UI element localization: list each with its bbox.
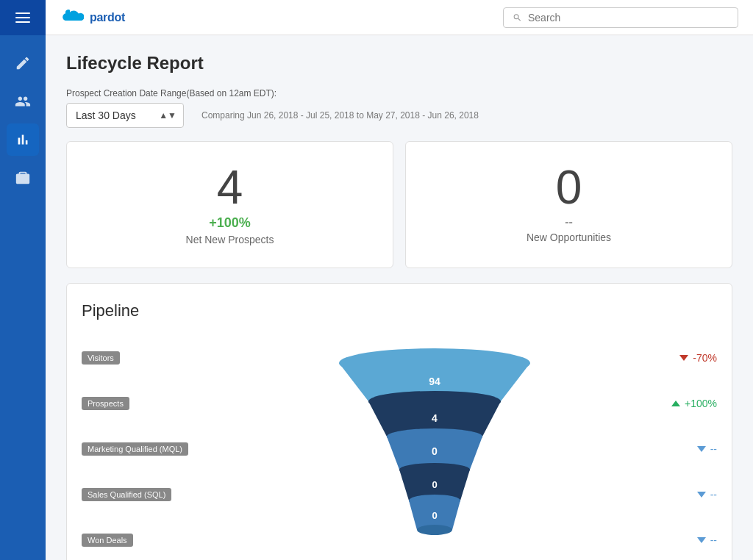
- header: pardot: [46, 0, 753, 35]
- stat-mql-value: --: [710, 443, 717, 455]
- stat-visitors-value: -70%: [693, 352, 717, 364]
- salesforce-logo-icon: [60, 10, 84, 26]
- sidebar-top: [0, 0, 46, 35]
- main-area: pardot Lifecycle Report Prospect Creatio…: [46, 0, 753, 560]
- arrow-down-neutral-icon: [697, 445, 706, 453]
- svg-marker-19: [697, 537, 706, 543]
- logo-area: pardot: [60, 10, 125, 26]
- sidebar-item-chart[interactable]: [7, 123, 39, 156]
- pipeline-stats: -70% +100% -- --: [643, 335, 717, 560]
- funnel-svg: 94 4 0: [317, 335, 552, 560]
- sidebar-item-edit[interactable]: [7, 47, 39, 79]
- stat-mql: --: [697, 426, 717, 472]
- visitors-label: Visitors: [82, 351, 120, 365]
- svg-marker-18: [697, 492, 706, 498]
- arrow-down-icon: [679, 353, 688, 362]
- content-area: Lifecycle Report Prospect Creation Date …: [46, 35, 753, 560]
- pipeline-section: Pipeline Visitors Prospects Marketing Qu…: [66, 283, 732, 560]
- sidebar-nav: [0, 35, 46, 206]
- list-item: Sales Qualified (SQL): [82, 472, 225, 517]
- metric-card-prospects: 4 +100% Net New Prospects: [66, 141, 393, 268]
- svg-text:0: 0: [432, 510, 437, 521]
- search-box[interactable]: [503, 7, 738, 28]
- stat-prospects-value: +100%: [685, 398, 717, 409]
- arrow-down-neutral3-icon: [697, 536, 706, 545]
- date-row: Last 7 Days Last 30 Days Last 90 Days Cu…: [66, 103, 732, 128]
- pipeline-title: Pipeline: [82, 301, 717, 320]
- sidebar: [0, 0, 46, 560]
- stat-visitors: -70%: [679, 335, 717, 381]
- edit-icon: [15, 55, 31, 71]
- svg-point-13: [417, 525, 452, 535]
- funnel-chart: 94 4 0: [225, 335, 643, 560]
- metric-change-opportunities: --: [421, 215, 717, 229]
- list-item: Prospects: [82, 381, 225, 426]
- mql-label: Marketing Qualified (MQL): [82, 442, 188, 456]
- metric-change-prospects: +100%: [82, 215, 378, 231]
- sql-label: Sales Qualified (SQL): [82, 488, 171, 501]
- users-icon: [15, 93, 31, 110]
- stat-prospects: +100%: [671, 381, 717, 426]
- svg-text:0: 0: [432, 479, 437, 490]
- date-section: Prospect Creation Date Range(Based on 12…: [66, 88, 732, 128]
- sidebar-item-briefcase[interactable]: [7, 162, 39, 194]
- svg-marker-17: [697, 446, 706, 452]
- stat-sql-value: --: [710, 489, 717, 500]
- search-input[interactable]: [528, 12, 729, 24]
- date-select-wrapper[interactable]: Last 7 Days Last 30 Days Last 90 Days Cu…: [66, 103, 184, 128]
- search-icon: [513, 12, 522, 23]
- prospects-label: Prospects: [82, 397, 129, 410]
- date-range-select[interactable]: Last 7 Days Last 30 Days Last 90 Days Cu…: [66, 103, 184, 128]
- list-item: Won Deals: [82, 517, 225, 560]
- svg-text:0: 0: [432, 445, 438, 457]
- metric-cards: 4 +100% Net New Prospects 0 -- New Oppor…: [66, 141, 732, 268]
- date-range-label: Prospect Creation Date Range(Based on 12…: [66, 88, 732, 98]
- pipeline-content: Visitors Prospects Marketing Qualified (…: [82, 335, 717, 560]
- chart-icon: [15, 132, 31, 148]
- briefcase-icon: [15, 170, 31, 186]
- page-title: Lifecycle Report: [66, 53, 732, 73]
- arrow-up-icon: [671, 399, 680, 408]
- metric-card-opportunities: 0 -- New Opportunities: [405, 141, 732, 268]
- svg-marker-15: [679, 355, 688, 361]
- list-item: Visitors: [82, 335, 225, 381]
- hamburger-menu-icon[interactable]: [15, 12, 30, 23]
- stat-won-deals-value: --: [710, 534, 717, 546]
- svg-text:94: 94: [429, 376, 440, 387]
- date-compare-text: Comparing Jun 26, 2018 - Jul 25, 2018 to…: [201, 110, 479, 121]
- stat-won-deals: --: [697, 517, 717, 560]
- metric-value-prospects: 4: [82, 164, 378, 211]
- sidebar-item-users[interactable]: [7, 85, 39, 118]
- won-deals-label: Won Deals: [82, 534, 133, 547]
- stat-sql: --: [697, 472, 717, 517]
- svg-text:4: 4: [432, 412, 438, 424]
- svg-marker-16: [671, 401, 680, 406]
- metric-value-opportunities: 0: [421, 164, 717, 211]
- arrow-down-neutral2-icon: [697, 490, 706, 499]
- pipeline-labels: Visitors Prospects Marketing Qualified (…: [82, 335, 225, 560]
- metric-label-opportunities: New Opportunities: [421, 231, 717, 243]
- logo-text: pardot: [90, 11, 125, 24]
- list-item: Marketing Qualified (MQL): [82, 426, 225, 472]
- metric-label-prospects: Net New Prospects: [82, 234, 378, 245]
